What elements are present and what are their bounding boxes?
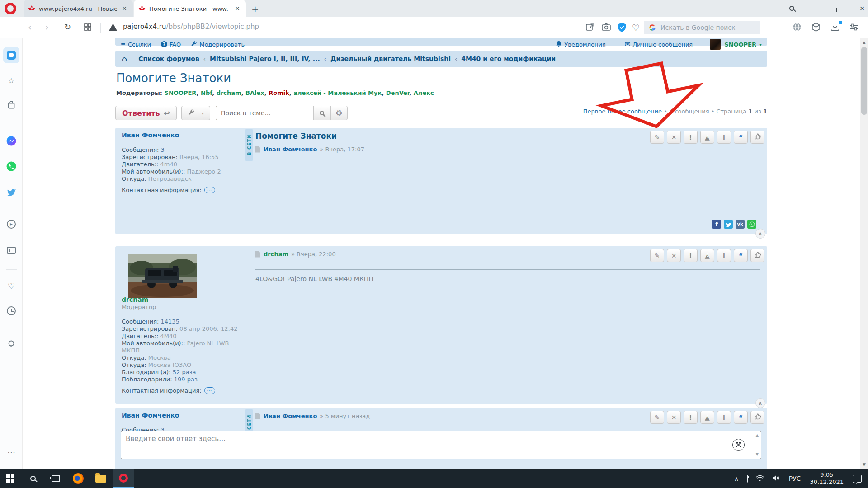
- notifications-link[interactable]: Уведомления: [556, 41, 605, 48]
- volume-icon[interactable]: [772, 475, 780, 483]
- back-to-top-button[interactable]: ∧: [755, 398, 765, 408]
- wifi-icon[interactable]: [756, 475, 764, 483]
- personal-news-heart-icon[interactable]: ♡: [3, 277, 19, 294]
- downloads-icon[interactable]: [830, 22, 841, 33]
- tray-expand-icon[interactable]: ∧: [734, 475, 739, 482]
- battery-icon[interactable]: [747, 475, 748, 482]
- private-messages-link[interactable]: ✉Личные сообщения: [625, 40, 693, 48]
- sidebar-panel-icon[interactable]: [3, 242, 19, 258]
- task-view-icon[interactable]: [45, 469, 66, 488]
- tab-search-icon[interactable]: [785, 4, 798, 14]
- back-to-top-button[interactable]: ∧: [755, 229, 765, 239]
- search-submit-button[interactable]: [313, 106, 330, 120]
- reply-scroll-up-icon[interactable]: ▲: [756, 433, 759, 437]
- links-menu-link[interactable]: ≡Ссылки: [121, 41, 151, 48]
- post-action-button[interactable]: ✕: [667, 411, 681, 424]
- moderator-link[interactable]: Romik: [269, 89, 289, 96]
- forward-button[interactable]: ›: [45, 22, 49, 33]
- messenger-icon[interactable]: [3, 133, 19, 149]
- post-action-button[interactable]: [750, 131, 764, 144]
- moderator-link[interactable]: DenVer: [386, 89, 410, 96]
- post-action-button[interactable]: ✎: [650, 131, 664, 144]
- post-action-button[interactable]: ✕: [667, 131, 681, 144]
- post-action-button[interactable]: ▲ !: [700, 249, 714, 262]
- topic-tools-button[interactable]: ▾: [181, 106, 210, 120]
- post-action-button[interactable]: [750, 249, 764, 262]
- page-scrollbar[interactable]: ▲ ▼: [860, 38, 868, 469]
- extensions-cube-icon[interactable]: [811, 22, 822, 33]
- author-link[interactable]: Иван Фомченко: [122, 131, 246, 139]
- moderate-link[interactable]: Модерировать: [191, 41, 245, 48]
- byline-author-link[interactable]: Иван Фомченко: [264, 146, 317, 153]
- globe-icon[interactable]: [792, 22, 803, 33]
- advanced-search-button[interactable]: ⚙: [330, 106, 348, 120]
- avatar-image[interactable]: [128, 254, 197, 298]
- action-center-icon[interactable]: [853, 475, 862, 483]
- moderator-link[interactable]: drcham: [217, 89, 241, 96]
- reply-button[interactable]: Ответить↩: [115, 106, 177, 120]
- sidebar-setup-ellipsis-icon[interactable]: ⋯: [3, 444, 19, 460]
- browser-tab-1[interactable]: www.pajero4x4.ru - Новые ✕: [24, 0, 133, 17]
- username-menu[interactable]: SNOOPER: [724, 41, 756, 48]
- moderator-link[interactable]: Алекс: [414, 89, 434, 96]
- speed-dial-icon[interactable]: [84, 23, 91, 31]
- breadcrumb-link[interactable]: Список форумов: [138, 55, 199, 62]
- moderator-link[interactable]: SNOOPER: [165, 89, 197, 96]
- home-icon[interactable]: ⌂: [122, 54, 127, 63]
- chat-bubble-icon[interactable]: ⋯: [204, 187, 215, 193]
- opera-logo-icon[interactable]: [5, 3, 16, 14]
- favorites-heart-icon[interactable]: ♡: [632, 23, 643, 33]
- chevron-down-icon[interactable]: ▾: [760, 42, 762, 47]
- first-new-post-link[interactable]: Первое новое сообщение: [583, 108, 662, 115]
- breadcrumb-link[interactable]: Mitsubishi Pajero I, II, III, IV, ...: [210, 55, 320, 62]
- moderator-link[interactable]: алексей - Маленький Мук: [293, 89, 382, 96]
- post-action-button[interactable]: i: [717, 131, 731, 144]
- twitter-icon[interactable]: [3, 183, 19, 200]
- post-page-icon[interactable]: [255, 413, 260, 419]
- post-action-button[interactable]: !: [684, 249, 698, 262]
- post-action-button[interactable]: i: [717, 411, 731, 424]
- player-icon[interactable]: ▶: [3, 216, 19, 232]
- collapse-reply-icon[interactable]: [732, 439, 745, 451]
- vk-share-icon[interactable]: vk: [736, 220, 745, 229]
- user-avatar[interactable]: [710, 39, 721, 50]
- settings-sliders-icon[interactable]: [849, 22, 860, 33]
- taskbar-search-icon[interactable]: [23, 469, 43, 488]
- opera-taskbar-icon[interactable]: [113, 469, 134, 488]
- firefox-taskbar-icon[interactable]: [68, 469, 89, 488]
- tab-close-icon[interactable]: ✕: [233, 5, 241, 12]
- url-text[interactable]: pajero4x4.ru/bbs/phpBB2/viewtopic.php: [123, 23, 259, 31]
- post-action-button[interactable]: !: [684, 131, 698, 144]
- language-indicator[interactable]: РУС: [789, 475, 801, 482]
- window-close-button[interactable]: ✕: [855, 4, 868, 14]
- breadcrumb-link[interactable]: 4M40 и его модификации: [461, 55, 556, 62]
- post-action-button[interactable]: ✎: [650, 249, 664, 262]
- start-button[interactable]: [0, 469, 21, 488]
- back-button[interactable]: ‹: [28, 22, 32, 33]
- scrollbar-down-icon[interactable]: ▼: [860, 462, 868, 467]
- browser-tab-2-active[interactable]: Помогите Знатоки - www. ✕: [134, 0, 246, 17]
- google-search-box[interactable]: [644, 21, 760, 34]
- moderator-link[interactable]: BAlex: [245, 89, 264, 96]
- post-action-button[interactable]: i: [717, 249, 731, 262]
- facebook-share-icon[interactable]: f: [712, 220, 721, 229]
- explorer-taskbar-icon[interactable]: [90, 469, 111, 488]
- chat-bubble-icon[interactable]: ⋯: [204, 387, 215, 394]
- byline-author-link[interactable]: Иван Фомченко: [264, 413, 317, 419]
- faq-link[interactable]: ?FAQ: [161, 41, 181, 48]
- shield-check-icon[interactable]: [617, 22, 627, 33]
- scrollbar-up-icon[interactable]: ▲: [860, 40, 868, 45]
- post-action-button[interactable]: [750, 411, 764, 424]
- snapshot-camera-icon[interactable]: [601, 22, 612, 33]
- bookmarks-star-icon[interactable]: ☆: [3, 72, 19, 89]
- tips-bulb-icon[interactable]: [3, 336, 19, 352]
- scrollbar-thumb[interactable]: [861, 47, 867, 115]
- post-action-button[interactable]: “: [734, 249, 748, 262]
- taskbar-clock[interactable]: 9:05 30.12.2021: [810, 471, 844, 486]
- post-action-button[interactable]: ✎: [650, 411, 664, 424]
- google-search-input[interactable]: [660, 24, 755, 31]
- post-action-button[interactable]: ✕: [667, 249, 681, 262]
- quick-reply-input[interactable]: [126, 435, 704, 443]
- byline-author-link[interactable]: drcham: [264, 251, 288, 258]
- tab-close-icon[interactable]: ✕: [120, 5, 128, 12]
